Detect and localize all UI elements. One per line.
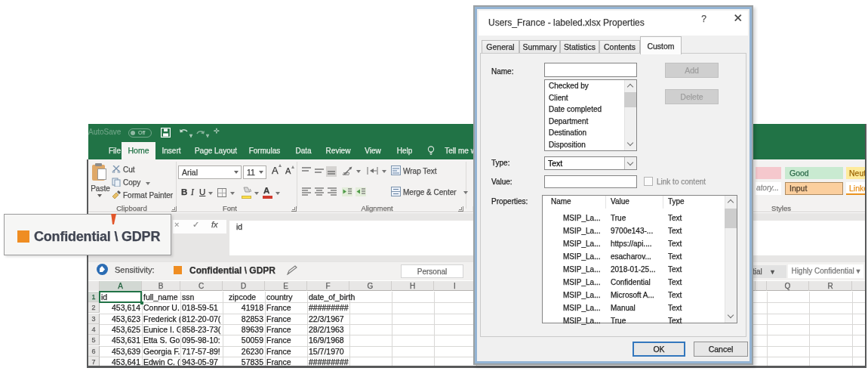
svg-text:ab: ab: [343, 170, 349, 176]
